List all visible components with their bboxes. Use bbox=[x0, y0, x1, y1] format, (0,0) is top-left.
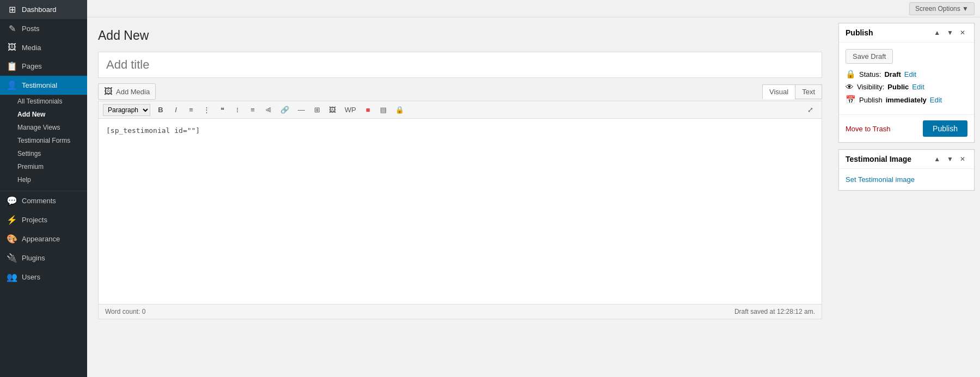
sidebar-submenu-add-new[interactable]: Add New bbox=[0, 108, 87, 121]
plugins-icon: 🔌 bbox=[7, 253, 17, 263]
extra-button[interactable]: ▤ bbox=[376, 104, 390, 116]
title-input[interactable] bbox=[98, 52, 822, 78]
testimonial-image-up-button[interactable]: ▲ bbox=[932, 154, 942, 164]
visibility-edit-link[interactable]: Edit bbox=[912, 83, 924, 91]
screen-options-button[interactable]: Screen Options ▼ bbox=[909, 2, 975, 15]
sidebar-item-testimonial[interactable]: 👤 Testimonial bbox=[0, 76, 87, 95]
testimonial-image-panel-controls: ▲ ▼ ✕ bbox=[932, 154, 967, 164]
sidebar-submenu-testimonial-forms[interactable]: Testimonial Forms bbox=[0, 134, 87, 147]
fullscreen-button[interactable]: ⤢ bbox=[803, 104, 817, 116]
editor-content[interactable]: [sp_testimonial id=""] bbox=[99, 119, 822, 304]
draft-saved-label: Draft saved at 12:28:12 am. bbox=[734, 308, 815, 315]
publish-edit-link[interactable]: Edit bbox=[930, 96, 942, 104]
color-button[interactable]: ■ bbox=[361, 104, 375, 116]
set-testimonial-image-link[interactable]: Set Testimonial image bbox=[846, 175, 915, 184]
unordered-list-button[interactable]: ≡ bbox=[184, 104, 198, 116]
publish-panel-title: Publish bbox=[846, 28, 873, 37]
add-media-icon: 🖼 bbox=[104, 87, 113, 96]
align-left-button[interactable]: ⫶ bbox=[230, 104, 244, 116]
status-label: Status: bbox=[859, 70, 881, 78]
sidebar-item-appearance[interactable]: 🎨 Appearance bbox=[0, 229, 87, 248]
appearance-icon: 🎨 bbox=[7, 234, 17, 244]
sidebar-item-label: Testimonial bbox=[22, 81, 57, 89]
sidebar-item-label: Users bbox=[22, 273, 40, 281]
status-edit-link[interactable]: Edit bbox=[904, 70, 916, 78]
testimonial-image-panel-body: Set Testimonial image bbox=[839, 169, 974, 190]
add-media-label: Add Media bbox=[116, 88, 150, 96]
editor-area: Add New 🖼 Add Media Visual Text bbox=[87, 17, 833, 377]
dashboard-icon: ⊞ bbox=[7, 4, 17, 15]
page-title: Add New bbox=[98, 28, 822, 43]
publish-when: immediately bbox=[886, 96, 927, 104]
wp-shortcode-button[interactable]: WP bbox=[341, 104, 360, 116]
sidebar-item-pages[interactable]: 📋 Pages bbox=[0, 57, 87, 76]
move-to-trash-link[interactable]: Move to Trash bbox=[846, 125, 890, 133]
tab-visual[interactable]: Visual bbox=[762, 84, 795, 99]
testimonial-image-panel-header: Testimonial Image ▲ ▼ ✕ bbox=[839, 150, 974, 169]
align-right-button[interactable]: ⫷ bbox=[261, 104, 275, 116]
posts-icon: ✎ bbox=[7, 23, 17, 34]
media-icon: 🖼 bbox=[7, 42, 17, 52]
publish-panel-up-button[interactable]: ▲ bbox=[932, 28, 942, 38]
sidebar-item-label: Media bbox=[22, 44, 41, 52]
sidebar-item-users[interactable]: 👥 Users bbox=[0, 267, 87, 287]
word-count-label: Word count: 0 bbox=[105, 308, 146, 315]
paragraph-select[interactable]: Paragraph bbox=[103, 104, 150, 116]
sidebar-submenu-manage-views[interactable]: Manage Views bbox=[0, 121, 87, 134]
content-area: Add New 🖼 Add Media Visual Text bbox=[87, 17, 980, 377]
publish-time-row: 📅 Publish immediately Edit bbox=[846, 95, 967, 105]
link-button[interactable]: 🔗 bbox=[277, 104, 293, 116]
right-sidebar: Publish ▲ ▼ ✕ Save Draft 🔒 Status: Draft… bbox=[833, 17, 980, 377]
italic-button[interactable]: I bbox=[169, 104, 183, 116]
publish-visibility-row: 👁 Visibility: Public Edit bbox=[846, 82, 967, 92]
publish-panel-down-button[interactable]: ▼ bbox=[945, 28, 955, 38]
format-toolbar: Paragraph B I ≡ ⋮ ❝ ⫶ ≡ ⫷ 🔗 — ⊞ 🖼 WP ■ bbox=[99, 101, 822, 119]
publish-button[interactable]: Publish bbox=[923, 120, 967, 137]
add-media-button[interactable]: 🖼 Add Media bbox=[98, 83, 156, 100]
sidebar-item-projects[interactable]: ⚡ Projects bbox=[0, 210, 87, 229]
users-icon: 👥 bbox=[7, 272, 17, 282]
testimonial-image-collapse-button[interactable]: ✕ bbox=[958, 154, 967, 164]
publish-panel: Publish ▲ ▼ ✕ Save Draft 🔒 Status: Draft… bbox=[838, 23, 975, 143]
publish-panel-header: Publish ▲ ▼ ✕ bbox=[839, 23, 974, 42]
bold-button[interactable]: B bbox=[154, 104, 168, 116]
sidebar-submenu-all-testimonials[interactable]: All Testimonials bbox=[0, 95, 87, 108]
sidebar-item-comments[interactable]: 💬 Comments bbox=[0, 191, 87, 210]
publish-status-row: 🔒 Status: Draft Edit bbox=[846, 69, 967, 79]
ordered-list-button[interactable]: ⋮ bbox=[199, 104, 214, 116]
editor-box: Paragraph B I ≡ ⋮ ❝ ⫶ ≡ ⫷ 🔗 — ⊞ 🖼 WP ■ bbox=[98, 101, 822, 319]
lock-button[interactable]: 🔒 bbox=[391, 104, 408, 116]
sidebar-item-media[interactable]: 🖼 Media bbox=[0, 38, 87, 57]
testimonial-image-panel: Testimonial Image ▲ ▼ ✕ Set Testimonial … bbox=[838, 149, 975, 191]
align-center-button[interactable]: ≡ bbox=[246, 104, 260, 116]
table-button[interactable]: ⊞ bbox=[310, 104, 324, 116]
sidebar-item-label: Projects bbox=[22, 216, 47, 224]
sidebar-item-label: Comments bbox=[22, 197, 56, 205]
testimonial-image-down-button[interactable]: ▼ bbox=[945, 154, 955, 164]
sidebar-item-label: Dashboard bbox=[22, 5, 57, 14]
visibility-icon: 👁 bbox=[846, 82, 854, 92]
topbar: Screen Options ▼ bbox=[87, 0, 980, 17]
sidebar-item-label: Plugins bbox=[22, 254, 45, 262]
sidebar-submenu-settings[interactable]: Settings bbox=[0, 147, 87, 160]
blockquote-button[interactable]: ❝ bbox=[215, 104, 229, 116]
publish-panel-body: Save Draft 🔒 Status: Draft Edit 👁 Visibi… bbox=[839, 42, 974, 114]
projects-icon: ⚡ bbox=[7, 215, 17, 225]
tab-text[interactable]: Text bbox=[795, 84, 822, 99]
publish-panel-collapse-button[interactable]: ✕ bbox=[958, 28, 967, 38]
sidebar-submenu-premium[interactable]: Premium bbox=[0, 160, 87, 173]
save-draft-button[interactable]: Save Draft bbox=[846, 49, 893, 64]
sidebar-item-posts[interactable]: ✎ Posts bbox=[0, 19, 87, 38]
visibility-value: Public bbox=[887, 83, 909, 91]
publish-label: Publish bbox=[859, 96, 883, 104]
sidebar-item-label: Pages bbox=[22, 62, 42, 70]
sidebar-item-plugins[interactable]: 🔌 Plugins bbox=[0, 248, 87, 267]
sidebar-item-dashboard[interactable]: ⊞ Dashboard bbox=[0, 0, 87, 19]
sidebar: ⊞ Dashboard ✎ Posts 🖼 Media 📋 Pages 👤 Te… bbox=[0, 0, 87, 377]
testimonial-image-panel-title: Testimonial Image bbox=[846, 155, 911, 163]
horizontal-rule-button[interactable]: — bbox=[294, 104, 309, 116]
comments-icon: 💬 bbox=[7, 196, 17, 206]
word-count-bar: Word count: 0 Draft saved at 12:28:12 am… bbox=[99, 304, 822, 319]
image-button[interactable]: 🖼 bbox=[325, 104, 340, 116]
sidebar-submenu-help[interactable]: Help bbox=[0, 173, 87, 186]
